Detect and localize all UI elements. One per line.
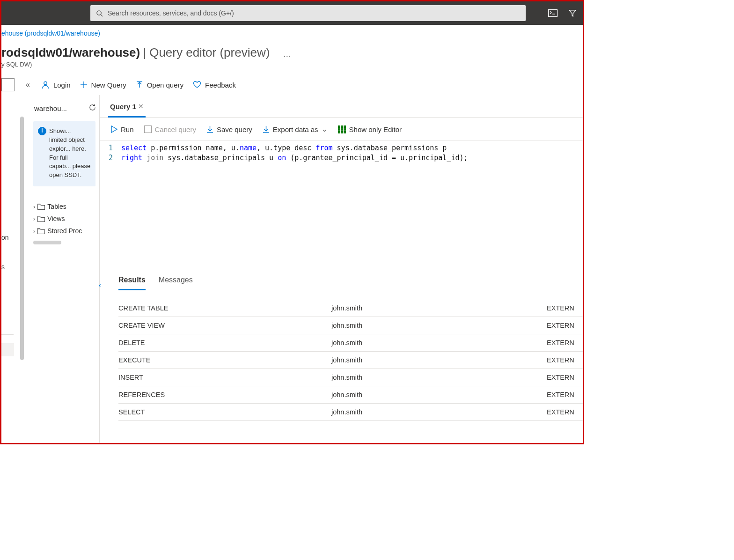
line-gutter: 1 2 [100, 143, 121, 267]
cloud-shell-icon[interactable] [548, 8, 558, 18]
new-query-button[interactable]: New Query [80, 81, 126, 89]
chevron-right-icon: › [33, 203, 35, 210]
tree-tables[interactable]: › Tables [32, 200, 96, 213]
open-query-label: Open query [147, 81, 184, 89]
left-scrollbar[interactable] [15, 95, 29, 443]
login-label: Login [53, 81, 71, 89]
cell-permission: CREATE VIEW [118, 322, 331, 329]
cell-permission: DELETE [118, 339, 331, 346]
left-nav-sliver: on s [1, 95, 15, 443]
scrollbar-thumb[interactable] [20, 117, 24, 360]
breadcrumb-link[interactable]: ehouse (prodsqldw01/warehouse) [1, 29, 100, 37]
export-data-button[interactable]: Export data as ⌄ [263, 125, 328, 133]
sql-editor[interactable]: 1 2 select p.permission_name, u.name, u.… [100, 140, 583, 267]
left-nav-item[interactable]: on [1, 231, 15, 244]
editor-toolbar: Run Cancel query Save query Export data … [100, 118, 583, 140]
new-query-label: New Query [91, 81, 126, 89]
tree-tables-label: Tables [47, 203, 66, 210]
folder-icon [37, 216, 45, 222]
page-title-area: | Query editor (preview) [143, 45, 270, 60]
feedback-button[interactable]: Feedback [193, 81, 236, 89]
table-row[interactable]: DELETEjohn.smithEXTERN [118, 334, 583, 352]
svg-point-4 [44, 81, 47, 84]
close-tab-icon[interactable]: ✕ [138, 103, 144, 110]
sidebar-search-box[interactable] [1, 78, 15, 91]
play-icon [111, 125, 117, 133]
cell-type: EXTERN [547, 408, 583, 416]
table-row[interactable]: REFERENCESjohn.smithEXTERN [118, 386, 583, 404]
search-placeholder: Search resources, services, and docs (G+… [108, 9, 234, 17]
tree-views-label: Views [47, 215, 65, 222]
explorer-h-scrollbar[interactable] [33, 241, 61, 244]
tab-results[interactable]: Results [118, 276, 146, 290]
chevron-right-icon: › [33, 228, 35, 235]
page-title-row: rodsqldw01/warehouse) | Query editor (pr… [1, 37, 583, 61]
tab-messages[interactable]: Messages [159, 276, 193, 290]
save-query-button[interactable]: Save query [206, 125, 252, 133]
table-row[interactable]: SELECTjohn.smithEXTERN [118, 404, 583, 421]
show-only-editor-button[interactable]: Show only Editor [338, 125, 402, 133]
tree-views[interactable]: › Views [32, 213, 96, 225]
cell-type: EXTERN [547, 374, 583, 381]
chevron-down-icon: ⌄ [322, 125, 328, 133]
query-tab-1[interactable]: Query 1 ✕ [108, 103, 146, 118]
info-icon: i [38, 127, 46, 135]
top-bar: Search resources, services, and docs (G+… [1, 1, 583, 25]
tree-sprocs-label: Stored Proc [47, 227, 82, 235]
cell-permission: INSERT [118, 374, 331, 381]
filter-icon[interactable] [568, 8, 577, 18]
main-area: on s warehou... i Showi... limited objec… [1, 95, 583, 443]
page-subtitle: y SQL DW) [1, 61, 583, 75]
query-tab-label: Query 1 [110, 103, 136, 111]
page-title: rodsqldw01/warehouse) [1, 45, 140, 60]
cell-type: EXTERN [547, 391, 583, 398]
refresh-icon[interactable] [88, 103, 96, 113]
table-row[interactable]: CREATE VIEWjohn.smithEXTERN [118, 317, 583, 334]
command-bar: « Login New Query Open query Feedback [1, 75, 583, 96]
folder-icon [37, 204, 45, 210]
tree-sprocs[interactable]: › Stored Proc [32, 225, 96, 237]
cell-principal: john.smith [331, 356, 547, 364]
export-label: Export data as [273, 125, 318, 133]
download-icon [263, 125, 270, 133]
cell-type: EXTERN [547, 304, 583, 312]
download-icon [206, 125, 213, 133]
cell-type: EXTERN [547, 356, 583, 364]
code-content[interactable]: select p.permission_name, u.name, u.type… [121, 143, 583, 267]
run-button[interactable]: Run [111, 125, 134, 133]
show-only-label: Show only Editor [349, 125, 402, 133]
grid-icon [338, 125, 346, 133]
collapse-chevron-icon[interactable]: « [24, 81, 32, 89]
svg-point-0 [97, 10, 101, 15]
splitter-chevron-icon[interactable]: ‹ [99, 281, 101, 289]
query-tabs: Query 1 ✕ [100, 95, 583, 118]
login-button[interactable]: Login [41, 81, 71, 89]
left-nav-item[interactable]: s [1, 260, 15, 273]
info-card: i Showi... limited object explor... here… [33, 121, 95, 186]
feedback-label: Feedback [205, 81, 236, 89]
run-label: Run [121, 125, 134, 133]
folder-icon [37, 228, 45, 234]
cell-type: EXTERN [547, 322, 583, 329]
cell-permission: EXECUTE [118, 356, 331, 364]
cell-permission: REFERENCES [118, 391, 331, 398]
cell-principal: john.smith [331, 391, 547, 398]
global-search[interactable]: Search resources, services, and docs (G+… [90, 5, 526, 21]
open-query-button[interactable]: Open query [136, 81, 184, 89]
cell-principal: john.smith [331, 304, 547, 312]
save-label: Save query [217, 125, 252, 133]
info-title: Showi... [49, 127, 71, 136]
table-row[interactable]: INSERTjohn.smithEXTERN [118, 369, 583, 386]
svg-rect-2 [549, 10, 558, 17]
left-nav-item-selected[interactable] [0, 343, 14, 356]
table-row[interactable]: CREATE TABLEjohn.smithEXTERN [118, 300, 583, 317]
object-explorer: warehou... i Showi... limited object exp… [29, 95, 100, 443]
cell-principal: john.smith [331, 322, 547, 329]
cell-principal: john.smith [331, 339, 547, 346]
search-icon [96, 10, 103, 17]
person-icon [41, 81, 50, 89]
breadcrumb: ehouse (prodsqldw01/warehouse) [1, 25, 583, 37]
table-row[interactable]: EXECUTEjohn.smithEXTERN [118, 352, 583, 369]
more-actions-icon[interactable]: … [283, 49, 292, 59]
cell-permission: SELECT [118, 408, 331, 416]
